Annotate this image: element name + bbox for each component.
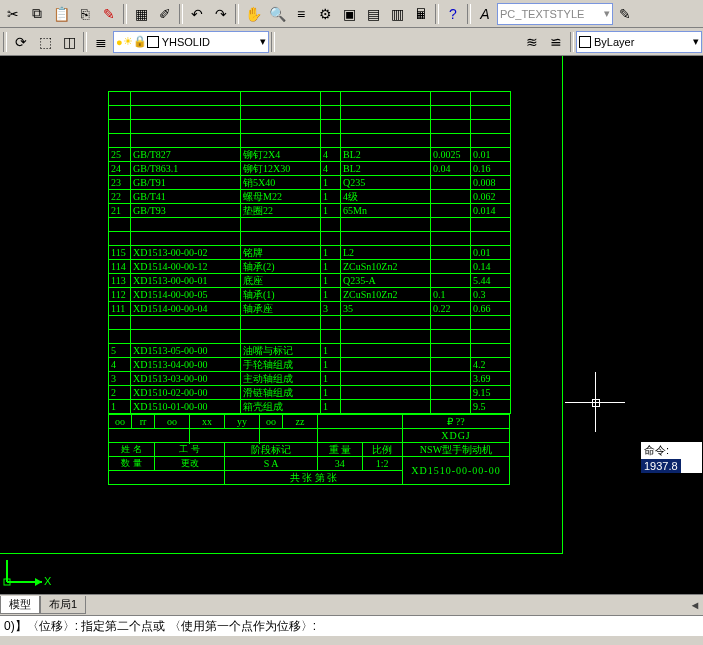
title-block: oorroo xxyyoo zz ₽ ?? XDGJ NSW型手制动机 姓 名工…: [108, 414, 510, 485]
separator: [467, 4, 471, 24]
sheet-count: 共 张 第 张: [225, 471, 403, 485]
props-icon[interactable]: ⚙: [314, 3, 336, 25]
color-combo[interactable]: ByLayer▾: [576, 31, 702, 53]
undo-icon[interactable]: ↶: [186, 3, 208, 25]
tpal-icon[interactable]: ▤: [362, 3, 384, 25]
input-label: 命令:: [641, 442, 672, 459]
separator: [570, 32, 574, 52]
table-row: 115XD1513-00-00-02铭牌1L20.01: [109, 246, 511, 260]
toolbar-standard: ✂ ⧉ 📋 ⎘ ✎ ▦ ✐ ↶ ↷ ✋ 🔍 ≡ ⚙ ▣ ▤ ▥ 🖩 ? A PC…: [0, 0, 703, 28]
regen-icon[interactable]: ⟳: [10, 31, 32, 53]
separator: [83, 32, 87, 52]
table-row: 23GB/T91销5X401Q2350.008: [109, 176, 511, 190]
textstyle-icon[interactable]: A: [474, 3, 496, 25]
tab-layout1[interactable]: 布局1: [40, 596, 86, 614]
svg-marker-1: [35, 578, 42, 586]
copy-icon[interactable]: ⧉: [26, 3, 48, 25]
clone-icon[interactable]: ⎘: [74, 3, 96, 25]
laymcur-icon[interactable]: ≋: [521, 31, 543, 53]
sheet-lbl: 重 量: [318, 443, 363, 457]
drawing-bom: 25GB/T827铆钉2X44BL20.00250.0124GB/T863.1铆…: [108, 91, 558, 485]
table-row: 24GB/T863.1铆钉12X304BL20.040.16: [109, 162, 511, 176]
pan-icon[interactable]: ✋: [242, 3, 264, 25]
svg-text:X: X: [44, 575, 52, 587]
cad-viewport[interactable]: 25GB/T827铆钉2X44BL20.00250.0124GB/T863.1铆…: [0, 56, 703, 594]
separator: [235, 4, 239, 24]
layprev-icon[interactable]: ≌: [545, 31, 567, 53]
table-row: [109, 330, 511, 344]
table-row: 111XD1514-00-00-04轴承座3350.220.66: [109, 302, 511, 316]
table-row: 4XD1513-04-00-00手轮轴组成14.2: [109, 358, 511, 372]
layout-tabs: 模型 布局1 ◄: [0, 594, 703, 615]
table-row: 113XD1513-00-00-01底座1Q235-A5.44: [109, 274, 511, 288]
block-icon[interactable]: ⬚: [34, 31, 56, 53]
textstyle-value: PC_TEXTSTYLE: [500, 8, 584, 20]
table-row: 112XD1514-00-00-05轴承(1)1ZCuSn10Zn20.10.3: [109, 288, 511, 302]
table-row: [109, 232, 511, 246]
dist-icon[interactable]: ≡: [290, 3, 312, 25]
stage-hdr: 阶段标记: [225, 443, 318, 457]
ucs-icon: X: [2, 557, 52, 592]
layer-combo[interactable]: ●☀🔒YHSOLID▾: [113, 31, 269, 53]
table-row: 114XD1514-00-00-12轴承(2)1ZCuSn10Zn20.14: [109, 260, 511, 274]
table-row: 2XD1510-02-00-00滑链轴组成19.15: [109, 386, 511, 400]
redo-icon[interactable]: ↷: [210, 3, 232, 25]
table-row: 1XD1510-01-00-00箱壳组成19.5: [109, 400, 511, 414]
command-line[interactable]: 0)】〈位移〉: 指定第二个点或 〈使用第一个点作为位移〉:: [0, 615, 703, 636]
tab-model[interactable]: 模型: [0, 596, 40, 614]
matchprop-icon[interactable]: ✎: [98, 3, 120, 25]
paste-icon[interactable]: 📋: [50, 3, 72, 25]
scale-lbl: 比例: [362, 443, 402, 457]
table-row: 25GB/T827铆钉2X44BL20.00250.01: [109, 148, 511, 162]
layers-icon[interactable]: ≣: [90, 31, 112, 53]
table-row: 3XD1513-03-00-00主动轴组成13.69: [109, 372, 511, 386]
layer-value: YHSOLID: [162, 36, 210, 48]
scroll-left-icon[interactable]: ◄: [687, 599, 703, 611]
sheet-val: 34: [318, 457, 363, 471]
color-value: ByLayer: [594, 36, 634, 48]
textstyle-combo[interactable]: PC_TEXTSTYLE▾: [497, 3, 613, 25]
scale-val: 1:2: [362, 457, 402, 471]
separator: [435, 4, 439, 24]
wblock-icon[interactable]: ◫: [58, 31, 80, 53]
zoom-icon[interactable]: 🔍: [266, 3, 288, 25]
toolbar-layers: ⟳ ⬚ ◫ ≣ ●☀🔒YHSOLID▾ ≋ ≌ ByLayer▾: [0, 28, 703, 56]
separator: [271, 32, 275, 52]
product-name: NSW型手制动机: [402, 443, 509, 457]
calc-icon[interactable]: 🖩: [410, 3, 432, 25]
erase-icon[interactable]: ✐: [154, 3, 176, 25]
org-name: XDGJ: [402, 429, 509, 443]
dynamic-input[interactable]: 命令: 1937.8: [640, 441, 703, 474]
table-row: 22GB/T41螺母M2214级0.062: [109, 190, 511, 204]
separator: [179, 4, 183, 24]
palette-icon[interactable]: ▦: [130, 3, 152, 25]
table-row: 21GB/T93垫圈22165Mn0.014: [109, 204, 511, 218]
table-row: [109, 218, 511, 232]
cut-icon[interactable]: ✂: [2, 3, 24, 25]
table-row: [109, 316, 511, 330]
bom-table: 25GB/T827铆钉2X44BL20.00250.0124GB/T863.1铆…: [108, 91, 511, 414]
stage-val: S A: [225, 457, 318, 471]
table-row: 5XD1513-05-00-00油嘴与标记1: [109, 344, 511, 358]
markup-icon[interactable]: ▥: [386, 3, 408, 25]
dimstyle-icon[interactable]: ✎: [614, 3, 636, 25]
separator: [123, 4, 127, 24]
help-icon[interactable]: ?: [442, 3, 464, 25]
dc-icon[interactable]: ▣: [338, 3, 360, 25]
drawing-number: XD1510-00-00-00: [402, 457, 509, 485]
input-value: 1937.8: [641, 459, 681, 473]
separator: [3, 32, 7, 52]
